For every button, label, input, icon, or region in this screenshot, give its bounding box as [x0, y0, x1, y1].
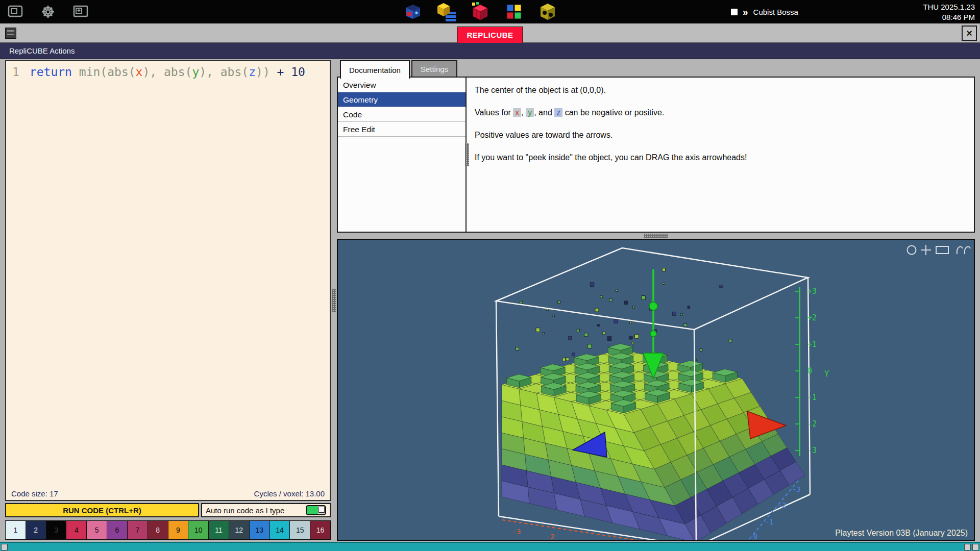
scroll-right-cap[interactable] [964, 544, 971, 550]
palette-swatch[interactable]: 10 [188, 521, 209, 539]
palette-swatch[interactable]: 16 [310, 521, 330, 539]
doc-paragraph: The center of the object is at (0,0,0). [475, 86, 964, 95]
horizontal-splitter[interactable] [337, 233, 975, 239]
red-cube-icon[interactable] [470, 1, 491, 22]
new-window-icon-graphic [71, 3, 90, 21]
z-tick-label: -2 [778, 501, 787, 509]
new-window-icon[interactable] [71, 3, 90, 21]
scroll-right-cap2[interactable] [972, 544, 979, 550]
doc-text-segment: Positive values are toward the arrows. [475, 131, 612, 139]
code-editor[interactable]: 1return min(abs(x), abs(y), abs(z)) + 10… [5, 60, 331, 501]
code-token: + 10 [277, 65, 305, 79]
gear-icon-graphic [39, 3, 57, 21]
splitter-grip[interactable] [644, 234, 668, 238]
palette-grid-icon[interactable] [503, 1, 525, 22]
palette-swatch[interactable]: 11 [209, 521, 229, 539]
window-tab-bar: REPLICUBE × [0, 23, 980, 43]
gear-icon[interactable] [39, 3, 57, 21]
window-menu-icon[interactable] [5, 28, 16, 39]
display-icon-graphic [6, 3, 24, 21]
window-title-bar: RepliCUBE Actions [0, 43, 980, 59]
run-code-button[interactable]: RUN CODE (CTRL+R) [5, 503, 199, 517]
code-line: 1return min(abs(x), abs(y), abs(z)) + 10 [6, 61, 330, 79]
stop-icon[interactable] [731, 9, 738, 15]
replicator-printer-graphic [403, 2, 423, 22]
voxel-scene: +3 +2 +1 0 -1 -2 -3 Y -3 -2 -3 -2 -1 0 [338, 240, 974, 540]
code-token: )) [256, 65, 277, 79]
palette-swatch[interactable]: 15 [290, 521, 310, 539]
y-tick-label: -2 [807, 419, 817, 429]
color-palette: 12345678910111213141516 [5, 520, 331, 540]
y-tick-label: +2 [807, 313, 817, 322]
y-tick-label: -3 [807, 446, 817, 455]
docs-body: OverviewGeometryCodeFree Edit The center… [337, 77, 975, 233]
line-number: 1 [12, 65, 19, 79]
palette-swatch[interactable]: 5 [87, 521, 107, 539]
x-tick-label: -3 [512, 528, 521, 536]
code-tokens: return min(abs(x), abs(y), abs(z)) + 10 [30, 65, 305, 79]
doc-tab[interactable]: Documentation [340, 60, 410, 79]
vertical-splitter[interactable] [331, 60, 337, 541]
replicator-printer-icon[interactable] [402, 1, 424, 22]
bottom-scrollbar[interactable] [0, 542, 980, 551]
palette-swatch[interactable]: 13 [250, 521, 270, 539]
doc-tab[interactable]: Settings [411, 60, 457, 77]
os-taskbar: » Cubist Bossa THU 2025.1.23 08:46 PM [0, 0, 980, 23]
palette-swatch[interactable]: 6 [107, 521, 128, 539]
y-axis-handle-small[interactable] [650, 331, 656, 337]
code-token: y [192, 65, 199, 79]
dice-cube-graphic [537, 2, 558, 22]
y-tick-label: +1 [807, 340, 817, 349]
palette-swatch[interactable]: 12 [229, 521, 250, 539]
docs-nav-splitter[interactable] [465, 143, 469, 166]
code-token: x [136, 65, 143, 79]
z-tick-label: -3 [792, 485, 801, 493]
code-token: z [249, 65, 256, 79]
docs-nav-item[interactable]: Geometry [338, 92, 465, 107]
doc-paragraph: Positive values are toward the arrows. [475, 131, 964, 140]
doc-text-segment: The center of the object is at (0,0,0). [475, 86, 606, 94]
palette-swatch[interactable]: 9 [168, 521, 189, 539]
window-title: RepliCUBE Actions [9, 46, 75, 55]
clock-date: THU 2025.1.23 [923, 2, 975, 12]
palette-swatch[interactable]: 4 [66, 521, 87, 539]
doc-text-segment: can be negative or positive. [562, 108, 664, 117]
palette-swatch[interactable]: 3 [46, 521, 67, 539]
code-token: ), abs( [199, 65, 249, 79]
clock: THU 2025.1.23 08:46 PM [923, 2, 975, 22]
code-token: return [30, 65, 72, 79]
doc-text-segment: y [526, 108, 534, 117]
docs-nav-item[interactable]: Free Edit [338, 122, 465, 137]
y-axis-handle[interactable] [649, 302, 657, 310]
y-tick-label: +3 [807, 287, 817, 296]
doc-text-segment: , and [534, 108, 554, 117]
close-button[interactable]: × [962, 26, 977, 41]
code-panel: 1return min(abs(x), abs(y), abs(z)) + 10… [5, 60, 331, 541]
cube-menu-graphic [436, 2, 457, 22]
z-tick-label: 0 [753, 532, 757, 540]
scroll-left-cap[interactable] [1, 544, 8, 550]
doc-text-segment: Values for [475, 108, 513, 117]
code-token: ), abs( [142, 65, 192, 79]
docs-panel: DocumentationSettings OverviewGeometryCo… [337, 60, 975, 233]
dice-cube-icon[interactable] [537, 1, 558, 22]
palette-swatch[interactable]: 14 [270, 521, 290, 539]
skip-icon[interactable]: » [743, 7, 748, 17]
palette-swatch[interactable]: 2 [26, 521, 46, 539]
doc-text-segment: x [513, 108, 521, 117]
docs-nav-item[interactable]: Code [338, 107, 465, 122]
app-tab-replicube[interactable]: REPLICUBE [457, 27, 523, 43]
autorun-control[interactable]: Auto run code as I type [201, 503, 331, 517]
palette-swatch[interactable]: 1 [6, 521, 26, 539]
toggle-knob [318, 507, 325, 513]
splitter-grip[interactable] [332, 289, 336, 312]
viewport-3d[interactable]: +3 +2 +1 0 -1 -2 -3 Y -3 -2 -3 -2 -1 0 [337, 239, 975, 541]
autorun-toggle[interactable] [306, 505, 326, 515]
palette-swatch[interactable]: 8 [148, 521, 168, 539]
palette-swatch[interactable]: 7 [128, 521, 148, 539]
docs-nav-item[interactable]: Overview [338, 78, 465, 92]
music-player: » Cubist Bossa [731, 0, 798, 23]
palette-grid-graphic [504, 2, 524, 22]
cube-menu-icon[interactable] [436, 1, 457, 22]
display-icon[interactable] [6, 3, 24, 21]
